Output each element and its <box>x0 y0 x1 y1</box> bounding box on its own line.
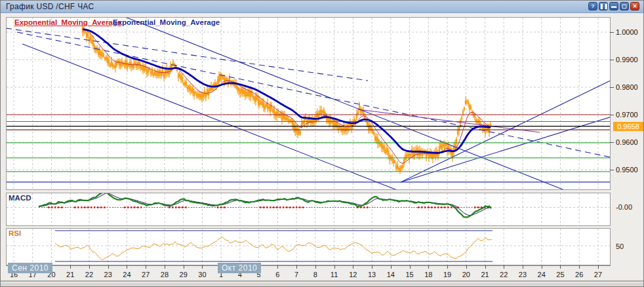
channel-top-steep-trendline[interactable] <box>125 18 566 189</box>
window-buttons: ?❚❚▬▢✕ <box>588 2 639 10</box>
x-axis-tick <box>89 265 90 269</box>
x-axis-label: 23 <box>514 271 531 278</box>
x-axis-tick <box>485 265 486 269</box>
price-axis-label: 0.9900 <box>616 56 644 64</box>
x-axis-label: 29 <box>175 271 192 278</box>
x-axis-label: 7 <box>288 271 305 278</box>
x-axis-tick <box>598 265 599 269</box>
chart-window: График USD /CHF ЧАС ?❚❚▬▢✕ Exponential_M… <box>0 0 644 287</box>
x-axis-label: 21 <box>477 271 494 278</box>
minimize-button[interactable]: ▬ <box>609 2 618 10</box>
price-axis-tick <box>610 170 614 170</box>
x-axis-tick <box>579 265 580 269</box>
maximize-button[interactable]: ▢ <box>620 2 629 10</box>
x-axis-tick <box>523 265 523 269</box>
x-axis-label: 19 <box>439 271 456 278</box>
x-axis-line <box>6 265 611 266</box>
x-axis-tick <box>334 265 335 269</box>
x-axis-tick <box>447 265 448 269</box>
x-axis-tick <box>560 265 561 269</box>
price-axis-tick <box>610 142 614 143</box>
x-axis-tick <box>542 265 542 269</box>
x-axis-tick <box>296 265 297 269</box>
x-axis-tick <box>184 265 184 269</box>
x-axis-label: 22 <box>495 271 512 278</box>
x-axis-label: 23 <box>100 271 117 278</box>
channel-bottom-left-trendline[interactable] <box>22 44 399 189</box>
x-axis-tick <box>108 265 109 269</box>
long-dashed-resistance-trendline[interactable] <box>17 32 610 158</box>
macd-signal-line <box>39 193 491 216</box>
window-title: График USD /CHF ЧАС <box>6 2 94 11</box>
x-axis-label: 14 <box>382 271 399 278</box>
title-bar[interactable]: График USD /CHF ЧАС ?❚❚▬▢✕ <box>1 1 643 13</box>
legend-ema: Exponential_Moving_Average <box>113 18 220 26</box>
x-axis-tick <box>466 265 467 269</box>
x-axis-tick <box>277 265 278 269</box>
x-axis-tick <box>127 265 127 269</box>
price-axis-label: 0.9700 <box>616 111 644 119</box>
macd-value-label: -0.00 <box>616 203 632 211</box>
price-chart-canvas <box>7 18 610 189</box>
x-axis-label: 24 <box>118 271 135 278</box>
x-axis-tick <box>428 265 429 269</box>
x-axis-tick <box>410 265 411 269</box>
x-axis-tick <box>372 265 372 269</box>
x-axis-label: 11 <box>326 271 343 278</box>
x-axis-tick <box>391 265 392 269</box>
price-axis-tick <box>610 60 614 60</box>
x-axis-label: 12 <box>344 271 361 278</box>
x-axis-label: 6 <box>269 271 286 278</box>
status-bar <box>1 282 643 287</box>
close-button[interactable]: ✕ <box>630 2 639 10</box>
price-axis-label: 0.9600 <box>616 138 644 146</box>
price-axis-tick <box>610 115 614 115</box>
x-axis-label: 30 <box>193 271 211 278</box>
x-axis-label: 24 <box>533 271 550 278</box>
x-axis-label: 25 <box>552 271 569 278</box>
x-axis-label: 27 <box>137 271 154 278</box>
x-axis-tick <box>504 265 504 269</box>
help-button[interactable]: ? <box>588 2 597 10</box>
price-axis-tick <box>610 87 614 88</box>
price-axis-label: 1.0000 <box>616 28 644 36</box>
ema-fast-line <box>83 29 491 163</box>
x-axis-tick <box>353 265 353 269</box>
price-axis-label: 0.9800 <box>616 83 644 91</box>
x-axis-label: 22 <box>81 271 98 278</box>
current-price-label: 0.9658 <box>613 122 643 131</box>
x-axis-tick <box>165 265 165 269</box>
month-badge: Окт 2010 <box>218 263 261 273</box>
rsi-panel[interactable]: RSI <box>6 228 611 265</box>
month-badge: Сен 2010 <box>8 263 52 273</box>
x-axis-tick <box>146 265 146 269</box>
pause-button[interactable]: ❚❚ <box>599 2 608 10</box>
macd-panel[interactable]: MACD <box>6 193 611 226</box>
x-axis-label: 28 <box>156 271 173 278</box>
x-axis-label: 13 <box>363 271 380 278</box>
price-axis-label: 0.9500 <box>616 166 644 174</box>
rsi-canvas <box>7 229 610 265</box>
x-axis-label: 20 <box>458 271 475 278</box>
x-axis-label: 18 <box>420 271 437 278</box>
x-axis-tick <box>70 265 71 269</box>
price-chart-panel[interactable]: Exponential_Moving_AverageExponential_Mo… <box>6 17 611 190</box>
purple-trendline-trendline[interactable] <box>358 109 540 132</box>
x-axis-label: 21 <box>62 271 79 278</box>
legend-ema: Exponential_Moving_Average <box>14 18 121 26</box>
x-axis-label: 15 <box>401 271 418 278</box>
rsi-value-label: 50 <box>616 242 624 250</box>
x-axis-label: 27 <box>590 271 607 278</box>
price-axis-tick <box>610 32 614 33</box>
x-axis-tick <box>315 265 316 269</box>
x-axis-tick <box>202 265 203 269</box>
macd-main-line <box>39 193 491 217</box>
x-axis-label: 8 <box>307 271 324 278</box>
rsi-line <box>55 237 492 260</box>
x-axis-label: 26 <box>571 271 588 278</box>
macd-canvas <box>7 193 610 225</box>
